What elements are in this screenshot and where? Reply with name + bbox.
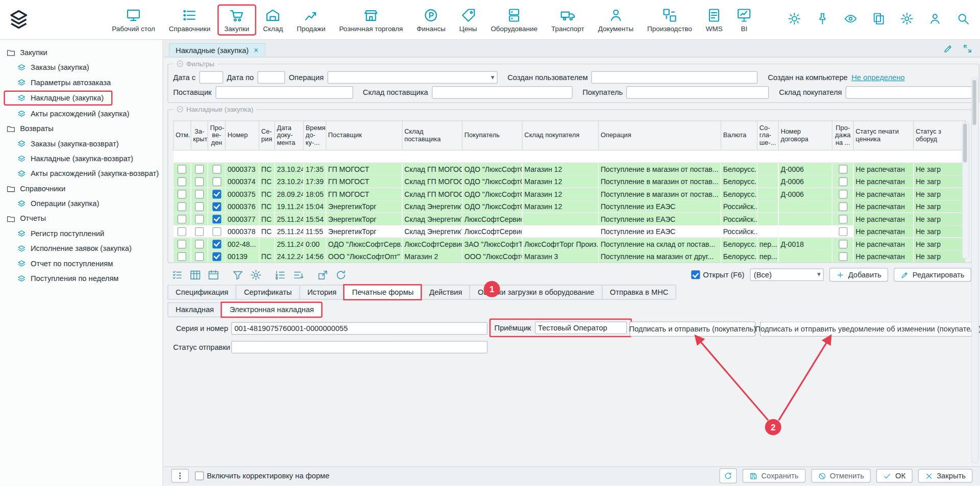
checkbox[interactable] bbox=[212, 190, 221, 198]
table-row[interactable]: 0000373ПС23.10.2417:35ГП МОГОСТСклад ГП … bbox=[174, 163, 966, 175]
sidebar-item[interactable]: Заказы (закупка-возврат) bbox=[0, 136, 162, 151]
cell-closed[interactable] bbox=[191, 238, 208, 250]
cell-closed[interactable] bbox=[191, 200, 208, 212]
checkbox[interactable] bbox=[839, 215, 847, 223]
created-on-link[interactable]: Не определено bbox=[851, 73, 904, 82]
table-row[interactable]: 0000377ПС25.11.2415:54ЭнергетикТоргСклад… bbox=[174, 213, 966, 225]
sub-tab-2[interactable]: Электронная накладная bbox=[222, 302, 322, 317]
checkbox[interactable] bbox=[839, 202, 847, 211]
column-header[interactable]: Про- ве- ден bbox=[208, 121, 225, 150]
checkbox[interactable] bbox=[839, 227, 847, 236]
cell-sale[interactable] bbox=[832, 238, 853, 250]
eye-icon[interactable] bbox=[844, 12, 857, 25]
table-row[interactable]: 0000375ПС28.09.2418:05ГП МОГОСТСклад ГП … bbox=[174, 188, 966, 200]
edi-status-input[interactable] bbox=[231, 341, 487, 353]
refresh-button[interactable] bbox=[719, 468, 737, 483]
date-from-input[interactable] bbox=[199, 71, 223, 84]
checkbox[interactable] bbox=[178, 240, 186, 248]
cell-sale[interactable] bbox=[832, 175, 853, 187]
cell-posted[interactable] bbox=[208, 188, 225, 200]
cell-otm[interactable] bbox=[174, 200, 191, 212]
cell-posted[interactable] bbox=[208, 175, 225, 187]
column-header[interactable]: Валюта bbox=[721, 121, 757, 150]
menu-item-desktop[interactable]: Рабочий стол bbox=[105, 4, 162, 35]
checkbox[interactable] bbox=[195, 165, 204, 173]
sidebar-item[interactable]: Накладные (закупка-возврат) bbox=[0, 151, 162, 166]
edit-button[interactable]: Редактировать bbox=[894, 268, 971, 282]
cell-otm[interactable] bbox=[174, 213, 191, 225]
minus-circle-icon[interactable] bbox=[176, 106, 184, 113]
table-row[interactable]: 002-48...25.11.240:00ОДО "ЛюксСофтСерв..… bbox=[174, 238, 966, 250]
sync-icon[interactable] bbox=[335, 269, 347, 280]
checkbox[interactable] bbox=[839, 165, 847, 173]
checkbox[interactable] bbox=[839, 177, 847, 186]
search-icon[interactable] bbox=[956, 12, 970, 25]
menu-item-sales-chart[interactable]: Продажи bbox=[290, 4, 332, 35]
checkbox[interactable] bbox=[178, 202, 186, 211]
checkbox[interactable] bbox=[195, 471, 204, 480]
sidebar-item[interactable]: Справочники bbox=[0, 181, 162, 196]
column-header[interactable]: Дата доку- мента bbox=[275, 121, 303, 150]
column-header[interactable]: Статус з оборуд bbox=[914, 121, 966, 150]
checkbox[interactable] bbox=[195, 215, 204, 223]
export-icon[interactable] bbox=[317, 269, 329, 280]
cell-otm[interactable] bbox=[174, 163, 191, 175]
column-header[interactable]: За- крыт bbox=[191, 121, 208, 150]
detail-tab-7[interactable]: Отправка в МНС bbox=[602, 285, 676, 299]
menu-item-retail[interactable]: Розничная торговля bbox=[332, 4, 410, 35]
menu-item-price-tag[interactable]: Цены bbox=[452, 4, 484, 35]
cell-sale[interactable] bbox=[832, 188, 853, 200]
column-header[interactable]: Се- рия bbox=[259, 121, 275, 150]
clipboard-icon[interactable] bbox=[872, 12, 886, 25]
menu-item-production[interactable]: Производство bbox=[641, 4, 699, 35]
cell-posted[interactable] bbox=[208, 263, 225, 263]
menu-item-document[interactable]: WMS bbox=[699, 4, 729, 35]
ok-button[interactable]: ОК bbox=[876, 469, 912, 483]
cell-otm[interactable] bbox=[174, 225, 191, 237]
cell-closed[interactable] bbox=[191, 225, 208, 237]
sidebar-item[interactable]: Параметры автозаказа bbox=[0, 75, 162, 90]
checkbox[interactable] bbox=[178, 227, 186, 236]
menu-item-person[interactable]: Документы bbox=[591, 4, 640, 35]
table-scrollbar[interactable] bbox=[962, 122, 969, 259]
column-header[interactable]: Номер bbox=[225, 121, 259, 150]
checkbox[interactable] bbox=[212, 165, 221, 173]
table-row[interactable]: 0000376ПС19.11.2415:04ЭнергетикТоргСклад… bbox=[174, 200, 966, 212]
add-button[interactable]: Добавить bbox=[829, 268, 888, 282]
cell-closed[interactable] bbox=[191, 163, 208, 175]
checkbox[interactable] bbox=[178, 190, 186, 198]
detail-tab-5[interactable]: Действия bbox=[421, 285, 470, 299]
cell-otm[interactable] bbox=[174, 188, 191, 200]
cell-otm[interactable] bbox=[174, 250, 191, 262]
column-header[interactable]: Операция bbox=[598, 121, 721, 150]
sign-send-notice-button[interactable]: Подписать и отправить уведомление об изм… bbox=[760, 322, 976, 337]
menu-item-warehouse[interactable]: Склад bbox=[256, 4, 290, 35]
close-button[interactable]: Закрыть bbox=[918, 469, 973, 483]
supplier-input[interactable] bbox=[215, 86, 353, 98]
save-button[interactable]: Сохранить bbox=[743, 469, 805, 483]
checkbox[interactable] bbox=[212, 202, 221, 211]
detail-tab-1[interactable]: Спецификация bbox=[167, 285, 236, 299]
sidebar-item[interactable]: Акты расхождений (закупка-возврат) bbox=[0, 166, 162, 181]
cell-sale[interactable] bbox=[832, 163, 853, 175]
menu-item-truck[interactable]: Транспорт bbox=[544, 4, 591, 35]
checkbox[interactable] bbox=[178, 252, 186, 261]
checkbox[interactable] bbox=[212, 240, 221, 248]
column-header[interactable]: Номер договора bbox=[778, 121, 832, 150]
column-header[interactable]: Поставщик bbox=[326, 121, 402, 150]
cell-posted[interactable] bbox=[208, 163, 225, 175]
checkbox[interactable] bbox=[839, 240, 847, 248]
table-row[interactable]: 0000378ПС25.11.2411:55ЭнергетикТоргСклад… bbox=[174, 225, 966, 237]
cell-otm[interactable] bbox=[174, 238, 191, 250]
document-tab[interactable]: Накладные (закупка) × bbox=[169, 43, 265, 57]
sidebar-item[interactable]: Отчеты bbox=[0, 211, 162, 226]
cell-sale[interactable] bbox=[832, 263, 853, 263]
column-header[interactable]: Склад покупателя bbox=[522, 121, 598, 150]
table-icon[interactable] bbox=[189, 269, 201, 280]
sidebar-item[interactable]: Накладные (закупка) bbox=[4, 91, 112, 106]
date-to-input[interactable] bbox=[257, 71, 285, 84]
cell-posted[interactable] bbox=[208, 238, 225, 250]
adjust-checkbox[interactable]: Включить корректировку на форме bbox=[195, 471, 329, 480]
menu-item-cart[interactable]: Закупки bbox=[217, 4, 256, 35]
sidebar-item[interactable]: Поступления по неделям bbox=[0, 271, 162, 286]
